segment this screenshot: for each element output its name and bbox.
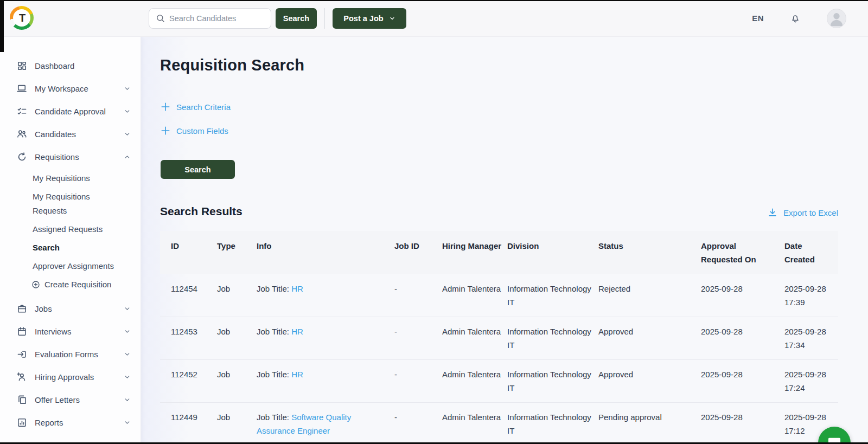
custom-fields-label: Custom Fields xyxy=(176,126,228,136)
sidebar-item-reports[interactable]: Reports xyxy=(0,411,141,434)
sidebar-item-label: Hiring Approvals xyxy=(35,372,94,382)
table-row: 112449 Job Job Title: Software Quality A… xyxy=(160,403,838,444)
page-title: Requisition Search xyxy=(160,56,868,74)
candidate-approval-icon xyxy=(16,106,27,117)
cell-approval-requested-on: 2025-09-28 xyxy=(701,317,784,360)
chevron-down-icon xyxy=(124,305,131,312)
table-row: 112453 Job Job Title: HR - Admin Talente… xyxy=(160,317,838,360)
sidebar-item-my-workspace[interactable]: My Workspace xyxy=(0,77,141,100)
chevron-down-icon xyxy=(124,85,131,92)
cell-type: Job xyxy=(217,403,257,444)
sidebar-item-label: Jobs xyxy=(35,304,52,313)
column-header-approval-requested-on: Approval Requested On xyxy=(701,231,784,274)
cell-hiring-manager: Admin Talentera xyxy=(442,317,507,360)
cell-id: 112449 xyxy=(160,403,217,444)
sidebar-item-label: Reports xyxy=(35,418,63,427)
submenu-item-search[interactable]: Search xyxy=(0,239,125,257)
created-date: 2025-09-28 xyxy=(784,325,833,338)
sidebar-item-candidates[interactable]: Candidates xyxy=(0,123,141,145)
topbar-search-button[interactable]: Search xyxy=(276,8,317,29)
submenu-item-my-requisitions[interactable]: My Requisitions xyxy=(0,169,125,188)
cell-status: Rejected xyxy=(598,274,701,317)
search-results-title: Search Results xyxy=(160,205,242,218)
chevron-down-icon xyxy=(389,15,395,22)
chevron-down-icon xyxy=(124,374,131,381)
cell-division: Information Technology IT xyxy=(507,274,598,317)
column-header-job-id: Job ID xyxy=(394,231,442,274)
sidebar-item-offer-letters[interactable]: Offer Letters xyxy=(0,388,141,411)
reports-icon xyxy=(16,417,27,428)
search-criteria-label: Search Criteria xyxy=(176,102,231,112)
candidate-search-input[interactable] xyxy=(169,14,271,23)
sidebar-item-label: Interviews xyxy=(35,327,72,336)
submenu-item-approver-assignments[interactable]: Approver Assignments xyxy=(0,257,125,275)
requisitions-submenu: My Requisitions My Requisitions Requests… xyxy=(0,168,141,297)
sidebar-item-label: Candidates xyxy=(35,130,76,139)
chevron-down-icon xyxy=(124,419,131,426)
cell-info: Job Title: HR xyxy=(257,360,394,403)
screenshot-border-top xyxy=(0,0,868,1)
created-time: 17:34 xyxy=(784,338,833,352)
language-selector[interactable]: EN xyxy=(752,14,764,23)
chevron-down-icon xyxy=(124,351,131,358)
cell-job-id: - xyxy=(394,317,442,360)
user-avatar[interactable] xyxy=(827,9,846,28)
job-title-link[interactable]: HR xyxy=(291,370,303,379)
submenu-item-create-requisition[interactable]: Create Requisition xyxy=(0,275,125,294)
workspace-icon xyxy=(16,83,27,94)
table-row: 112452 Job Job Title: HR - Admin Talente… xyxy=(160,360,838,403)
post-a-job-button[interactable]: Post a Job xyxy=(333,8,406,29)
sidebar-item-label: My Workspace xyxy=(35,84,88,93)
export-to-excel-link[interactable]: Export to Excel xyxy=(767,207,838,218)
job-title-prefix: Job Title: xyxy=(257,370,291,379)
requisitions-icon xyxy=(16,152,27,162)
chevron-down-icon xyxy=(124,396,131,403)
main-content: Requisition Search Search Criteria Custo… xyxy=(141,37,868,444)
cell-type: Job xyxy=(217,274,257,317)
cell-division: Information Technology IT xyxy=(507,360,598,403)
requisition-search-button[interactable]: Search xyxy=(161,160,235,179)
sidebar-item-candidate-approval[interactable]: Candidate Approval xyxy=(0,100,141,123)
cell-info: Job Title: HR xyxy=(257,317,394,360)
created-date: 2025-09-28 xyxy=(784,368,833,381)
notifications-bell-icon[interactable] xyxy=(790,13,801,24)
created-date: 2025-09-28 xyxy=(784,282,833,295)
cell-status: Approved xyxy=(598,317,701,360)
sidebar-item-jobs[interactable]: Jobs xyxy=(0,297,141,320)
jobs-icon xyxy=(16,304,27,314)
app-logo[interactable]: T xyxy=(10,6,35,31)
sidebar-item-label: Candidate Approval xyxy=(35,107,106,116)
job-title-link[interactable]: HR xyxy=(291,327,303,336)
candidate-search-box[interactable] xyxy=(149,8,271,29)
hiring-approvals-icon xyxy=(16,371,27,382)
table-header-row: ID Type Info Job ID Hiring Manager Divis… xyxy=(160,231,838,274)
created-time: 17:24 xyxy=(784,381,833,395)
cell-approval-requested-on: 2025-09-28 xyxy=(701,403,784,444)
sidebar-item-interviews[interactable]: Interviews xyxy=(0,320,141,343)
column-header-type: Type xyxy=(217,231,257,274)
sidebar-item-dashboard[interactable]: Dashboard xyxy=(0,54,141,77)
cell-hiring-manager: Admin Talentera xyxy=(442,403,507,444)
cell-id: 112452 xyxy=(160,360,217,403)
submenu-item-my-requisitions-requests[interactable]: My Requisitions Requests xyxy=(0,188,125,220)
column-header-status: Status xyxy=(598,231,701,274)
top-bar: T Search Post a Job EN xyxy=(0,0,868,37)
table-row: 112454 Job Job Title: HR - Admin Talente… xyxy=(160,274,838,317)
submenu-item-label: Create Requisition xyxy=(44,278,111,292)
job-title-link[interactable]: HR xyxy=(291,284,303,293)
cell-division: Information Technology IT xyxy=(507,403,598,444)
cell-status: Approved xyxy=(598,360,701,403)
sidebar-item-label: Dashboard xyxy=(35,61,74,70)
sidebar-item-requisitions[interactable]: Requisitions xyxy=(0,145,141,168)
cell-id: 112454 xyxy=(160,274,217,317)
post-a-job-label: Post a Job xyxy=(343,14,383,23)
submenu-item-assigned-requests[interactable]: Assigned Requests xyxy=(0,220,125,239)
sidebar-item-evaluation-forms[interactable]: Evaluation Forms xyxy=(0,343,141,365)
dashboard-icon xyxy=(16,61,27,71)
column-header-id: ID xyxy=(160,231,217,274)
chevron-down-icon xyxy=(124,328,131,335)
sidebar-item-hiring-approvals[interactable]: Hiring Approvals xyxy=(0,365,141,388)
sidebar-item-label: Requisitions xyxy=(35,152,79,162)
search-criteria-toggle[interactable]: Search Criteria xyxy=(160,101,868,112)
custom-fields-toggle[interactable]: Custom Fields xyxy=(160,125,868,136)
